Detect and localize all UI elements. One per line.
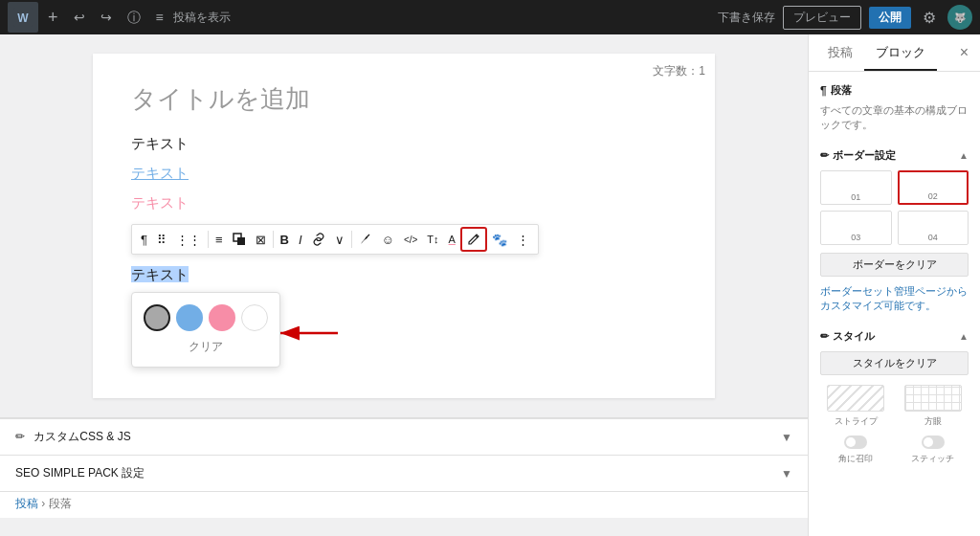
view-post-link[interactable]: 投稿を表示 [173,10,231,26]
top-toolbar: W + ↩ ↪ ⓘ ≡ 投稿を表示 下書き保存 プレビュー 公開 ⚙ 🐺 [0,0,980,34]
fmt-pencil[interactable] [460,227,487,252]
border-section-header: ✏ ボーダー設定 ▲ [820,148,969,163]
draft-button[interactable]: 下書き保存 [718,10,775,26]
list-button[interactable]: ≡ [150,7,169,28]
border-box-04-label: 04 [928,233,938,242]
border-box-02-label: 02 [928,191,938,201]
svg-text:🐺: 🐺 [954,11,967,24]
editor-content: 文字数：1 タイトルを追加 テキスト テキスト テキスト ¶ ⠿ ⋮⋮ [93,54,715,398]
fmt-bold[interactable]: B [276,229,294,251]
sidebar-content: ¶ 段落 すべての文章の基本の構成ブロックです。 ✏ ボーダー設定 ▲ 01 [809,72,980,536]
preview-button[interactable]: プレビュー [783,6,861,30]
svg-rect-5 [237,237,245,245]
redo-button[interactable]: ↪ [95,7,118,28]
red-arrow [271,314,347,352]
sidebar-close-button[interactable]: × [956,34,972,71]
editor-area: 文字数：1 タイトルを追加 テキスト テキスト テキスト ¶ ⠿ ⋮⋮ [0,34,808,536]
clear-color-button[interactable]: クリア [144,339,268,355]
toggle-stitch-label: スティッチ [911,453,954,465]
fmt-color[interactable]: A [444,230,460,249]
toggle-corner-circle[interactable] [844,436,867,449]
style-grid-label: 方眼 [924,415,942,428]
clear-style-button[interactable]: スタイルをクリア [820,351,969,375]
color-swatch-3[interactable] [209,304,235,331]
main-layout: 文字数：1 タイトルを追加 テキスト テキスト テキスト ¶ ⠿ ⋮⋮ [0,34,980,536]
style-section-title: ✏ スタイル [820,329,875,344]
border-title-text: ボーダー設定 [833,148,896,163]
add-button[interactable]: + [42,5,64,30]
border-box-02[interactable]: 02 [898,170,969,205]
format-toolbar: ¶ ⠿ ⋮⋮ ≡ ⊠ B [131,224,539,255]
fmt-link[interactable] [307,229,330,250]
color-swatch-4[interactable] [241,304,268,331]
style-stripe-preview [827,385,884,412]
color-swatches [144,304,268,331]
color-swatch-1[interactable] [144,304,170,331]
tab-block[interactable]: ブロック [864,34,937,71]
publish-button[interactable]: 公開 [869,7,911,29]
toggle-corner-label: 角に召印 [838,453,873,465]
border-management-link[interactable]: ボーダーセット管理ページからカスタマイズ可能です。 [820,284,969,314]
panel-seo-label: SEO SIMPLE PACK 設定 [15,465,145,481]
svg-text:W: W [17,11,29,25]
fmt-code[interactable]: </> [399,231,422,249]
toolbar-row: ¶ ⠿ ⋮⋮ ≡ ⊠ B [131,224,677,262]
fmt-divider-2 [273,231,274,248]
bottom-panels: ✏ カスタムCSS & JS ▼ SEO SIMPLE PACK 設定 ▼ 投稿… [0,417,808,518]
breadcrumb-parent[interactable]: 投稿 [15,497,38,510]
style-options: ストライプ 方眼 [820,385,969,428]
panel-seo[interactable]: SEO SIMPLE PACK 設定 ▼ [0,455,808,491]
title-input[interactable]: タイトルを追加 [131,82,677,116]
border-collapse-button[interactable]: ▲ [959,150,969,161]
text-pink-3[interactable]: テキスト [131,194,189,211]
panel-custom-css[interactable]: ✏ カスタムCSS & JS ▼ [0,418,808,455]
fmt-italic[interactable]: I [294,229,307,251]
editor-block-area: ¶ ⠿ ⋮⋮ ≡ ⊠ B [131,224,677,368]
style-collapse-button[interactable]: ▲ [959,331,969,342]
fmt-more[interactable]: ⋮ [512,229,534,251]
css-panel-arrow: ▼ [781,431,792,444]
sidebar-border-section: ✏ ボーダー設定 ▲ 01 02 03 04 [820,148,969,314]
info-button[interactable]: ⓘ [122,7,146,28]
fmt-text-transform[interactable]: T↕ [422,230,443,249]
toggle-stitch-circle[interactable] [922,436,945,449]
avatar-button[interactable]: 🐺 [947,5,972,30]
fmt-align[interactable]: ≡ [211,229,228,251]
style-grid[interactable]: 方眼 [898,385,969,428]
text-link-2[interactable]: テキスト [131,165,189,181]
seo-panel-arrow: ▼ [781,467,792,480]
style-stripe[interactable]: ストライプ [820,385,892,428]
text-normal-1: テキスト [131,135,189,151]
color-swatch-2[interactable] [176,304,203,331]
border-box-03[interactable]: 03 [820,211,892,245]
border-box-01[interactable]: 01 [820,170,892,205]
fmt-remove[interactable]: ⊠ [251,229,271,251]
style-grid-preview [904,385,962,412]
breadcrumb-current: 段落 [49,497,72,510]
border-box-04[interactable]: 04 [898,211,969,245]
fmt-divider-1 [208,231,209,248]
breadcrumb-separator: › [41,497,48,510]
fmt-emoji[interactable]: ☺ [377,229,399,251]
text-block-4: テキスト [131,266,347,284]
fmt-drag[interactable]: ⠿ [152,229,171,251]
fmt-transform[interactable] [228,229,251,250]
paragraph-title: 段落 [831,83,852,98]
undo-button[interactable]: ↩ [68,7,91,28]
clear-border-button[interactable]: ボーダーをクリア [820,253,969,277]
fmt-paw[interactable]: 🐾 [487,229,512,251]
style-toggle-corner[interactable]: 角に召印 [820,436,892,465]
paragraph-section-title: ¶ 段落 [820,83,969,98]
settings-button[interactable]: ⚙ [919,5,940,31]
border-section-title: ✏ ボーダー設定 [820,148,896,163]
char-count: 文字数：1 [653,63,705,79]
style-section-header: ✏ スタイル ▲ [820,329,969,344]
fmt-link-more[interactable]: ∨ [330,229,349,251]
style-toggle-stitch[interactable]: スティッチ [898,436,969,465]
fmt-move[interactable]: ⋮⋮ [171,229,206,251]
fmt-paragraph[interactable]: ¶ [136,229,152,251]
style-title-text: スタイル [833,329,875,344]
fmt-brush[interactable] [354,229,377,250]
tab-post[interactable]: 投稿 [816,34,864,71]
style-icon: ✏ [820,330,829,343]
